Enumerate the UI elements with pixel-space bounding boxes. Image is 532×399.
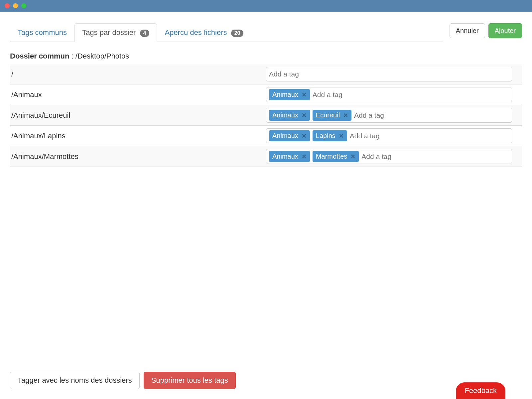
folder-path: /Animaux/Marmottes — [10, 152, 266, 161]
maximize-window-icon[interactable] — [21, 3, 26, 8]
tag-input[interactable] — [266, 67, 512, 81]
tag-pill: Marmottes✕ — [313, 151, 359, 162]
tab-tags-per-folder[interactable]: Tags par dossier 4 — [74, 23, 157, 42]
remove-tag-icon[interactable]: ✕ — [302, 153, 307, 160]
add-tag-field[interactable] — [269, 70, 509, 78]
tab-common-tags[interactable]: Tags communs — [10, 23, 74, 42]
tag-pill: Animaux✕ — [269, 110, 310, 121]
add-tag-field[interactable] — [354, 111, 509, 119]
tab-label: Apercu des fichiers — [165, 28, 227, 37]
remove-tag-icon[interactable]: ✕ — [302, 91, 307, 98]
add-tag-field[interactable] — [350, 132, 509, 140]
tag-pill: Lapins✕ — [313, 130, 347, 141]
folder-row: / — [10, 64, 522, 84]
remove-tag-icon[interactable]: ✕ — [302, 112, 307, 119]
tag-label: Animaux — [272, 132, 298, 140]
tab-label: Tags par dossier — [82, 28, 136, 37]
close-window-icon[interactable] — [5, 3, 10, 8]
tabs: Tags communs Tags par dossier 4 Apercu d… — [10, 23, 443, 42]
section-title: Dossier commun : /Desktop/Photos — [10, 52, 522, 61]
tag-pill: Animaux✕ — [269, 130, 310, 141]
cancel-button[interactable]: Annuler — [450, 23, 485, 38]
add-button[interactable]: Ajouter — [488, 23, 522, 38]
remove-tag-icon[interactable]: ✕ — [350, 153, 355, 160]
add-tag-field[interactable] — [313, 91, 509, 99]
tag-input[interactable]: Animaux✕Lapins✕ — [266, 128, 512, 143]
folder-path: /Animaux — [10, 90, 266, 99]
tag-label: Marmottes — [316, 153, 347, 160]
folder-path: /Animaux/Ecureuil — [10, 111, 266, 120]
section-label: Dossier commun — [10, 52, 69, 60]
section-path: /Desktop/Photos — [75, 52, 129, 60]
tag-label: Animaux — [272, 111, 298, 119]
folder-row: /Animaux/LapinsAnimaux✕Lapins✕ — [10, 125, 522, 146]
remove-all-tags-button[interactable]: Supprimer tous les tags — [144, 372, 236, 389]
tag-input[interactable]: Animaux✕Ecureuil✕ — [266, 108, 512, 123]
tag-label: Lapins — [316, 132, 335, 140]
folder-rows: //AnimauxAnimaux✕/Animaux/EcureuilAnimau… — [10, 64, 522, 167]
tag-input[interactable]: Animaux✕Marmottes✕ — [266, 149, 512, 164]
tab-badge: 4 — [140, 30, 150, 37]
folder-row: /Animaux/MarmottesAnimaux✕Marmottes✕ — [10, 146, 522, 167]
tab-file-preview[interactable]: Apercu des fichiers 20 — [157, 23, 251, 42]
window-titlebar — [0, 0, 532, 12]
remove-tag-icon[interactable]: ✕ — [343, 112, 348, 119]
folder-row: /Animaux/EcureuilAnimaux✕Ecureuil✕ — [10, 105, 522, 125]
add-tag-field[interactable] — [361, 153, 509, 161]
tag-pill: Animaux✕ — [269, 89, 310, 100]
tag-input[interactable]: Animaux✕ — [266, 87, 512, 102]
folder-path: /Animaux/Lapins — [10, 132, 266, 140]
feedback-button[interactable]: Feedback — [456, 382, 505, 399]
tag-label: Ecureuil — [316, 111, 340, 119]
minimize-window-icon[interactable] — [13, 3, 18, 8]
folder-path: / — [10, 70, 266, 78]
remove-tag-icon[interactable]: ✕ — [339, 132, 344, 140]
tab-badge: 20 — [231, 30, 244, 37]
tag-with-folder-names-button[interactable]: Tagger avec les noms des dossiers — [10, 372, 140, 389]
tag-label: Animaux — [272, 153, 298, 160]
tab-label: Tags communs — [18, 28, 67, 37]
tag-pill: Ecureuil✕ — [313, 110, 351, 121]
tag-pill: Animaux✕ — [269, 151, 310, 162]
tag-label: Animaux — [272, 91, 298, 98]
folder-row: /AnimauxAnimaux✕ — [10, 84, 522, 105]
remove-tag-icon[interactable]: ✕ — [302, 132, 307, 140]
